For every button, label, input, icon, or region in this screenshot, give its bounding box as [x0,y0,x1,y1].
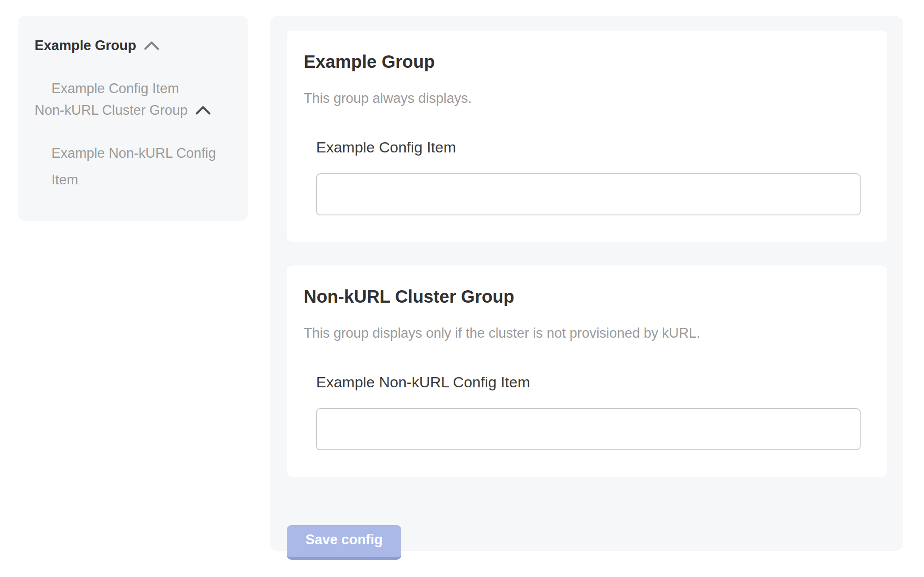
chevron-up-icon[interactable] [196,106,211,115]
nav-group-non-kurl: Non-kURL Cluster Group Example Non-kURL … [35,102,231,193]
config-nav-sidebar: Example Group Example Config Item Non-kU… [18,16,248,221]
nav-group-title-example-group[interactable]: Example Group [35,37,231,54]
save-config-button[interactable]: Save config [287,525,401,560]
config-panel: Example Group This group always displays… [270,16,903,551]
config-item: Example Non-kURL Config Item [316,373,861,450]
config-group-card-example: Example Group This group always displays… [287,31,887,242]
nav-item-example-config-item[interactable]: Example Config Item [51,75,229,102]
config-item-label: Example Non-kURL Config Item [316,373,861,391]
config-group-description: This group displays only if the cluster … [304,325,861,342]
config-item: Example Config Item [316,138,861,215]
config-group-title: Non-kURL Cluster Group [304,286,861,307]
config-item-input[interactable] [316,173,861,215]
config-item-input[interactable] [316,408,861,450]
config-group-card-non-kurl: Non-kURL Cluster Group This group displa… [287,265,887,477]
nav-item-example-non-kurl-config-item[interactable]: Example Non-kURL Config Item [51,140,229,193]
config-group-description: This group always displays. [304,90,861,107]
nav-group-title-label: Non-kURL Cluster Group [35,102,188,119]
config-page: Example Group Example Config Item Non-kU… [0,0,924,577]
config-item-label: Example Config Item [316,138,861,156]
nav-group-example: Example Group Example Config Item [35,37,231,102]
config-group-title: Example Group [304,51,861,72]
nav-group-title-non-kurl-cluster-group[interactable]: Non-kURL Cluster Group [35,102,231,119]
chevron-up-icon[interactable] [144,41,159,50]
nav-group-title-label: Example Group [35,37,136,54]
